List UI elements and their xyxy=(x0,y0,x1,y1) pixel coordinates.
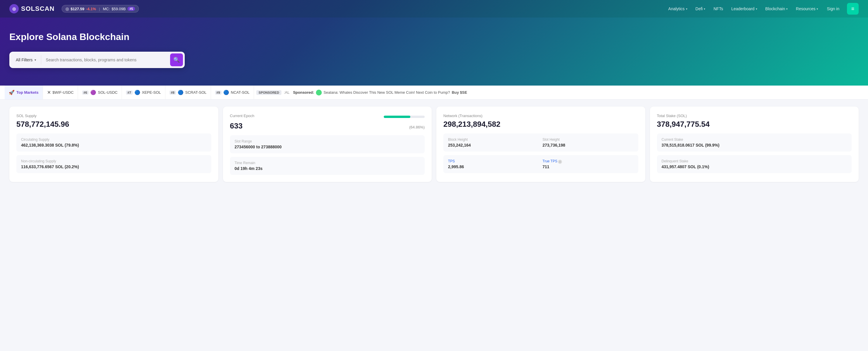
info-icon[interactable]: i xyxy=(558,160,562,164)
delinquent-value: 431,957.4807 SOL (0.1%) xyxy=(662,165,847,169)
total-stake-value: 378,947,775.54 xyxy=(657,120,852,129)
ticker-sol-usdc[interactable]: #6 🟣 SOL-USDC xyxy=(78,85,122,99)
menu-button[interactable]: ≡ xyxy=(847,3,859,14)
hero-section: Explore Solana Blockchain All Filters ▾ … xyxy=(0,17,868,85)
stake-details: Current Stake 378,515,818.0617 SOL (99.9… xyxy=(657,134,852,173)
slot-height-group: Slot Height 273,736,198 xyxy=(542,138,633,147)
stats-grid: SOL Supply 578,772,145.96 Circulating Su… xyxy=(9,107,859,182)
rank-badge: #5 xyxy=(127,7,135,11)
time-remain-card: Time Remain 0d 19h 4m 23s xyxy=(230,157,425,175)
nav-analytics[interactable]: Analytics ▾ xyxy=(665,5,691,13)
true-tps-value: 711 xyxy=(542,165,633,169)
epoch-pct: (64.86%) xyxy=(409,125,425,129)
epoch-header: Current Epoch xyxy=(230,114,425,120)
ticker-xepe-sol[interactable]: #7 🔵 XEPE-SOL xyxy=(122,85,165,99)
main-content: SOL Supply 578,772,145.96 Circulating Su… xyxy=(0,100,868,189)
nav-leaderboard[interactable]: Leaderboard ▾ xyxy=(728,5,761,13)
slot-range-value: 273456000 to 273888000 xyxy=(235,145,420,149)
tps-value: 2,995.86 xyxy=(448,165,539,169)
sol-supply-label: SOL Supply xyxy=(17,114,211,118)
search-button[interactable]: 🔍 xyxy=(170,54,183,66)
network-details: Block Height 253,242,164 Slot Height 273… xyxy=(443,134,638,173)
non-circulating-value: 116,633,776.6567 SOL (20.2%) xyxy=(21,165,207,169)
nav-defi[interactable]: Defi ▾ xyxy=(692,5,709,13)
mc-value: $59.09B xyxy=(112,7,126,11)
network-label: Network (Transactions) xyxy=(443,114,638,118)
sponsored-text: Sealana: Whales Discover This New SOL Me… xyxy=(323,90,450,95)
search-input[interactable] xyxy=(41,55,170,65)
menu-icon: ≡ xyxy=(851,6,855,12)
current-stake-label: Current Stake xyxy=(662,138,847,142)
slot-height-value: 273,736,198 xyxy=(542,143,633,147)
block-height-value: 253,242,164 xyxy=(448,143,539,147)
sponsored-suffix: :AL xyxy=(284,90,290,95)
chevron-down-icon: ▾ xyxy=(34,58,36,62)
search-icon: 🔍 xyxy=(173,57,180,63)
chevron-down-icon: ▾ xyxy=(786,7,787,10)
nav-blockchain[interactable]: Blockchain ▾ xyxy=(762,5,792,13)
time-remain-value: 0d 19h 4m 23s xyxy=(235,166,420,171)
tps-card: TPS 2,995.86 True TPS i 711 xyxy=(443,155,638,173)
nav-nfts[interactable]: NFTs xyxy=(710,5,726,13)
circulating-value: 462,138,369.3038 SOL (79.8%) xyxy=(21,143,207,147)
time-remain-label: Time Remain xyxy=(235,161,420,165)
epoch-label: Current Epoch xyxy=(230,114,254,118)
slot-range-card: Slot Range 273456000 to 273888000 xyxy=(230,135,425,153)
ticker-bar: 🚀 Top Markets ✕ $WIF-USDC #6 🟣 SOL-USDC … xyxy=(0,85,868,100)
epoch-value: 633 xyxy=(230,121,243,131)
sponsored-cta: Buy $SE xyxy=(452,90,467,95)
circulating-supply-card: Circulating Supply 462,138,369.3038 SOL … xyxy=(17,134,211,151)
delinquent-stake-card: Delinquent Stake 431,957.4807 SOL (0.1%) xyxy=(657,155,852,173)
ticker-label: Top Markets xyxy=(17,90,38,95)
main-nav: Analytics ▾ Defi ▾ NFTs Leaderboard ▾ Bl… xyxy=(665,3,859,14)
logo[interactable]: ◎ SOLSCAN xyxy=(9,4,55,13)
sponsored-label: Sponsored: xyxy=(293,90,314,95)
total-stake-label: Total Stake (SOL) xyxy=(657,114,852,118)
mc-label: MC: xyxy=(103,7,110,11)
sol-change: -4.1% xyxy=(86,7,96,11)
signin-button[interactable]: Sign in xyxy=(823,5,843,13)
total-stake-card: Total Stake (SOL) 378,947,775.54 Current… xyxy=(650,107,859,182)
current-stake-card: Current Stake 378,515,818.0617 SOL (99.9… xyxy=(657,134,852,151)
network-value: 298,213,894,582 xyxy=(443,120,638,129)
chevron-down-icon: ▾ xyxy=(686,7,687,10)
tps-label[interactable]: TPS xyxy=(448,159,539,163)
coin-icon xyxy=(316,90,322,96)
nav-resources[interactable]: Resources ▾ xyxy=(792,5,822,13)
slot-height-label: Slot Height xyxy=(542,138,633,142)
tps-group: TPS 2,995.86 xyxy=(448,159,539,169)
epoch-progress-bar xyxy=(384,116,425,118)
block-height-label: Block Height xyxy=(448,138,539,142)
header: ◎ SOLSCAN ◎ $127.59 -4.1% | MC: $59.09B … xyxy=(0,0,868,17)
block-slot-card: Block Height 253,242,164 Slot Height 273… xyxy=(443,134,638,151)
logo-icon: ◎ xyxy=(9,4,19,13)
true-tps-label[interactable]: True TPS xyxy=(542,159,557,163)
logo-text: SOLSCAN xyxy=(21,5,55,12)
epoch-progress-fill xyxy=(384,116,410,118)
epoch-details: Slot Range 273456000 to 273888000 Time R… xyxy=(230,135,425,175)
rocket-icon: 🚀 xyxy=(9,90,14,95)
ticker-wif-usdc[interactable]: ✕ $WIF-USDC xyxy=(43,85,78,99)
chevron-down-icon: ▾ xyxy=(704,7,705,10)
non-circulating-label: Non-circulating Supply xyxy=(21,159,207,163)
filter-label: All Filters xyxy=(16,58,33,62)
chevron-down-icon: ▾ xyxy=(756,7,757,10)
ticker-top-markets[interactable]: 🚀 Top Markets xyxy=(5,85,43,99)
sol-price: $127.59 xyxy=(71,7,85,11)
chevron-down-icon: ▾ xyxy=(816,7,818,10)
sponsored-badge: SPONSORED xyxy=(256,90,281,95)
sol-supply-card: SOL Supply 578,772,145.96 Circulating Su… xyxy=(9,107,218,182)
slot-range-label: Slot Range xyxy=(235,139,420,143)
price-badge: ◎ $127.59 -4.1% | MC: $59.09B #5 xyxy=(62,5,139,12)
delinquent-label: Delinquent Stake xyxy=(662,159,847,163)
sponsored-ad[interactable]: Sponsored: Sealana: Whales Discover This… xyxy=(293,90,467,96)
true-tps-group: True TPS i 711 xyxy=(542,159,633,169)
ticker-scrat-sol[interactable]: #8 🔵 SCRAT-SOL xyxy=(165,85,211,99)
page-title: Explore Solana Blockchain xyxy=(9,32,859,42)
search-container: All Filters ▾ 🔍 xyxy=(9,52,185,68)
ticker-ncat-sol[interactable]: #9 🔵 NCAT-SOL xyxy=(211,85,254,99)
sol-supply-details: Circulating Supply 462,138,369.3038 SOL … xyxy=(17,134,211,173)
filter-dropdown[interactable]: All Filters ▾ xyxy=(11,55,41,65)
network-txns-card: Network (Transactions) 298,213,894,582 B… xyxy=(436,107,645,182)
block-height-group: Block Height 253,242,164 xyxy=(448,138,539,147)
